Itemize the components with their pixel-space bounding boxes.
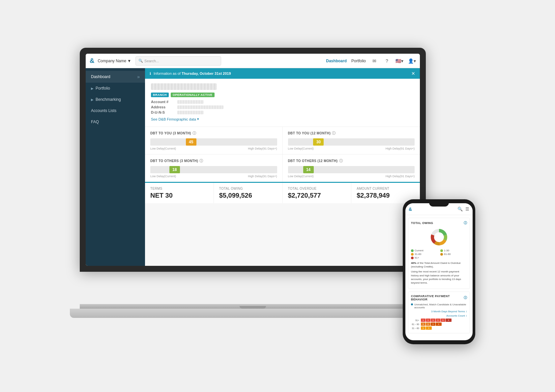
dbt-low-label: Low Delay(Current) — [150, 147, 176, 150]
dbt-you-12month-info-icon[interactable]: ⓘ — [332, 131, 336, 136]
phone-comparative-label: COMPARATIVE PAYMENT BEHAVIOR — [411, 294, 464, 301]
close-icon[interactable]: ✕ — [411, 71, 415, 76]
user-icon[interactable]: 👤▾ — [408, 57, 416, 65]
phone: & 🔍 ☰ TOTAL OWING ⓘ — [403, 199, 475, 344]
comp-cell: 1 — [421, 319, 425, 322]
dbt-you-3month-card: DBT TO YOU (3 MONTH) ⓘ 45 Low Delay(Cu — [145, 127, 282, 154]
comp-cell: 1 — [436, 322, 442, 326]
dropdown-arrow-icon: ▼ — [127, 59, 131, 63]
legend-dot-61-90 — [440, 253, 443, 256]
dbt-high-label-o3: High Delay(91 Days+) — [248, 175, 277, 178]
comp-cell: 1 — [426, 326, 432, 330]
company-name-label: Company Name — [98, 59, 126, 63]
legend-label-current: Current — [415, 249, 424, 252]
dbt-bar-18: 18 — [150, 166, 277, 173]
dbt-others-3month-label: DBT TO OTHERS (3 MONTH) — [150, 159, 198, 163]
phone-total-owing-info-icon[interactable]: ⓘ — [464, 221, 467, 225]
comp-row-91plus: 91+ 1 1 1 1 1 1 — [411, 319, 467, 322]
dbt-you-12month-label: DBT TO YOU (12 MONTH) — [288, 131, 331, 135]
dbt-you-3month-info-icon[interactable]: ⓘ — [192, 131, 196, 136]
laptop-base — [70, 309, 436, 318]
dbt-bar-bg-18: 18 — [150, 166, 277, 173]
sidebar-item-accounts-lists[interactable]: Accounts Lists — [86, 105, 145, 116]
dbt-high-label-o12: High Delay(91 Days+) — [386, 175, 415, 178]
stats-row: Terms NET 30 Total Owing $5,099,526 Tota… — [145, 182, 420, 203]
stat-total-owing: Total Owing $5,099,526 — [214, 183, 283, 203]
sidebar-item-dashboard[interactable]: Dashboard » — [86, 71, 145, 83]
phone-total-owing-label: TOTAL OWING — [411, 221, 433, 225]
dbt-others-3month-info-icon[interactable]: ⓘ — [199, 158, 203, 163]
phone-header-icons: 🔍 ☰ — [457, 207, 469, 211]
comp-cell: 1 — [436, 319, 440, 322]
phone-menu-icon[interactable]: ☰ — [465, 207, 469, 211]
duns-label: D-U-N-S — [151, 110, 177, 114]
dnb-link-text: See D&B Firmographic data — [151, 117, 196, 121]
header-nav: Dashboard Portfolio ✉ ? 🇺🇸▾ 👤▾ — [326, 57, 416, 65]
info-icon: ℹ — [150, 71, 151, 76]
search-bar[interactable]: 🔍 Search... — [135, 56, 221, 66]
comp-label-61-90: 61→90 — [411, 323, 420, 325]
dbt-others-12month-info-icon[interactable]: ⓘ — [339, 158, 343, 163]
comp-label-91plus: 91+ — [411, 319, 420, 322]
company-dropdown[interactable]: Company Name ▼ — [98, 59, 132, 63]
phone-search-icon[interactable]: 🔍 — [457, 207, 463, 211]
dbt-low-label-o3: Low Delay(Current) — [150, 175, 176, 178]
total-overdue-value: $2,720,577 — [288, 192, 346, 199]
comp-label-31-60: 31→60 — [411, 327, 420, 329]
laptop-screen: & Company Name ▼ 🔍 Search... Dashboard P… — [86, 54, 420, 266]
sidebar: Dashboard » ▶ Portfolio ▶ Benchmarking — [86, 68, 145, 266]
account-label: Account # — [151, 100, 177, 104]
legend-dot-91-plus — [411, 257, 414, 259]
dbt-labels-others-12month: Low Delay(Current) High Delay(91 Days+) — [288, 175, 415, 178]
phone-accounts-count-dropdown[interactable]: Accounts Count ↕ — [411, 314, 467, 317]
legend-dot-1-30 — [440, 249, 443, 252]
dbt-bar-45: 45 — [150, 138, 277, 146]
dbt-high-label-12: High Delay(91 Days+) — [386, 147, 415, 150]
flag-icon[interactable]: 🇺🇸▾ — [395, 57, 403, 65]
mail-icon[interactable]: ✉ — [370, 57, 378, 65]
sidebar-item-benchmarking[interactable]: ▶ Benchmarking — [86, 94, 145, 105]
active-badge: OPERATIONALLY ACTIVE — [171, 93, 215, 97]
dbt-others-12month-card: DBT TO OTHERS (12 MONTH) ⓘ 14 Low Dela — [283, 154, 420, 182]
dbt-you-3month-title: DBT TO YOU (3 MONTH) ⓘ — [150, 131, 277, 136]
collapse-icon[interactable]: » — [137, 74, 140, 79]
duns-value-blurred — [177, 111, 204, 114]
dbt-bar-bg-14: 14 — [288, 166, 415, 173]
legend-grid: Current 1-30 31-60 61-90 — [411, 249, 467, 259]
laptop-notch — [240, 306, 266, 309]
stat-total-overdue: Total Overdue $2,720,577 — [283, 183, 352, 203]
branch-badge: BRANCH — [151, 93, 169, 97]
legend-current: Current — [411, 249, 438, 252]
donut-chart — [429, 227, 449, 247]
terms-value: NET 30 — [150, 192, 208, 199]
metrics-grid: DBT TO YOU (3 MONTH) ⓘ 45 Low Delay(Cu — [145, 127, 420, 182]
dnb-firmographic-link[interactable]: See D&B Firmographic data ▾ — [151, 117, 199, 121]
donut-container — [411, 227, 467, 247]
info-text: Information as of Thursday, October 31st… — [154, 71, 231, 75]
comp-cell: 1 — [426, 322, 430, 326]
address-row: Address — [151, 105, 414, 109]
legend-label-1-30: 1-30 — [444, 249, 449, 252]
dbt-bar-bg-30: 30 — [288, 138, 415, 146]
amount-current-value: $2,378,949 — [357, 192, 415, 199]
nav-dashboard[interactable]: Dashboard — [326, 59, 347, 63]
sidebar-faq-label: FAQ — [91, 120, 99, 124]
nav-portfolio[interactable]: Portfolio — [351, 59, 366, 63]
legend-dot-current — [411, 249, 414, 252]
total-owing-value: $5,099,526 — [219, 192, 277, 199]
search-icon: 🔍 — [138, 59, 143, 63]
phone-comparative-section: COMPARATIVE PAYMENT BEHAVIOR ⓘ Unmatched… — [408, 292, 470, 333]
comp-cell: 1 — [446, 319, 452, 322]
phone-3month-dropdown[interactable]: 3 Month Days Beyond Terms ↕ — [411, 310, 467, 313]
dbt-value-18: 18 — [169, 166, 180, 173]
dbt-bar-14: 14 — [288, 166, 415, 173]
phone-comparative-info-icon[interactable]: ⓘ — [464, 295, 467, 300]
help-icon[interactable]: ? — [383, 57, 391, 65]
comp-cell: 1 — [431, 322, 435, 326]
sidebar-item-portfolio[interactable]: ▶ Portfolio — [86, 83, 145, 94]
comp-cell: 1 — [426, 319, 430, 322]
phone-3month-dropdown-label: 3 Month Days Beyond Terms ↕ — [431, 310, 467, 313]
dbt-others-12month-title: DBT TO OTHERS (12 MONTH) ⓘ — [288, 158, 415, 163]
sidebar-item-faq[interactable]: FAQ — [86, 116, 145, 127]
comp-row-61-90: 61→90 1 1 1 1 — [411, 322, 467, 326]
